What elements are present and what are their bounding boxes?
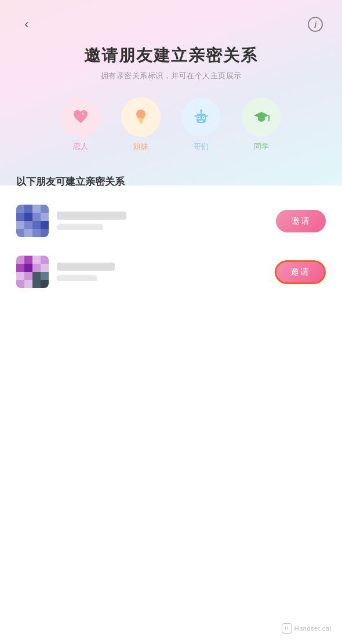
back-icon: ‹ <box>24 18 28 31</box>
svg-point-6 <box>198 117 199 118</box>
svg-rect-28 <box>16 229 24 237</box>
svg-rect-33 <box>24 256 32 264</box>
svg-rect-20 <box>16 213 24 221</box>
svg-rect-32 <box>16 256 24 264</box>
brother-icon <box>191 107 211 127</box>
watermark-text: Handset.cat <box>294 625 332 632</box>
svg-rect-34 <box>32 256 41 264</box>
svg-rect-17 <box>24 205 32 213</box>
sister-label: 姐妹 <box>133 141 148 152</box>
avatar-2 <box>16 256 49 288</box>
svg-rect-18 <box>32 205 41 213</box>
svg-rect-27 <box>41 221 49 229</box>
svg-point-7 <box>203 117 204 118</box>
friend-item-2: 邀请 <box>16 251 326 293</box>
friend-info-1 <box>57 212 126 230</box>
invite-button-1[interactable]: 邀请 <box>276 210 326 232</box>
svg-rect-47 <box>41 280 49 288</box>
watermark-icon: H <box>282 623 292 634</box>
svg-marker-13 <box>254 112 269 119</box>
svg-rect-35 <box>41 256 49 264</box>
svg-rect-42 <box>32 272 41 280</box>
watermark: H Handset.cat <box>282 623 332 634</box>
friend-desc-bar-1 <box>57 224 103 230</box>
svg-marker-1 <box>137 118 144 125</box>
svg-rect-16 <box>16 205 24 213</box>
svg-point-15 <box>268 119 270 122</box>
main-title: 邀请朋友建立亲密关系 <box>16 45 326 66</box>
friend-info-2 <box>57 263 115 281</box>
title-section: 邀请朋友建立亲密关系 拥有亲密关系标识，并可在个人主页展示 <box>0 35 342 81</box>
sister-icon-wrap <box>121 97 161 137</box>
friend-name-bar-2 <box>57 263 115 271</box>
categories-row: 恋人 姐妹 <box>0 97 342 152</box>
svg-rect-38 <box>32 264 41 272</box>
main-content: 以下朋友可建立亲密关系 <box>0 175 342 293</box>
brother-icon-wrap <box>181 97 221 137</box>
category-lovers[interactable]: 恋人 <box>61 97 100 152</box>
category-classmate[interactable]: 同学 <box>242 97 281 152</box>
info-button[interactable]: i <box>305 14 326 35</box>
svg-rect-8 <box>199 121 203 122</box>
svg-rect-14 <box>268 115 270 120</box>
svg-rect-30 <box>32 229 41 237</box>
svg-rect-41 <box>24 272 32 280</box>
invite-button-2[interactable]: 邀请 <box>275 260 326 284</box>
svg-rect-29 <box>24 229 32 237</box>
sub-title: 拥有亲密关系标识，并可在个人主页展示 <box>16 71 326 81</box>
svg-rect-22 <box>32 213 41 221</box>
svg-rect-37 <box>24 264 32 272</box>
svg-rect-23 <box>41 213 49 221</box>
svg-rect-46 <box>32 280 41 288</box>
svg-rect-43 <box>41 272 49 280</box>
svg-rect-39 <box>41 264 49 272</box>
classmate-icon-wrap <box>242 97 281 137</box>
friend-desc-bar-2 <box>57 275 97 281</box>
classmate-label: 同学 <box>254 141 269 152</box>
section-title: 以下朋友可建立亲密关系 <box>16 175 326 188</box>
lovers-label: 恋人 <box>73 141 88 152</box>
svg-rect-40 <box>16 272 24 280</box>
friend-left-2 <box>16 256 115 288</box>
svg-point-2 <box>137 110 141 116</box>
top-bar: ‹ i <box>0 0 342 35</box>
watermark-logo: H Handset.cat <box>282 623 332 634</box>
category-sister[interactable]: 姐妹 <box>121 97 161 152</box>
svg-rect-45 <box>24 280 32 288</box>
svg-rect-44 <box>16 280 24 288</box>
bottom-area <box>0 310 342 542</box>
friend-item-1: 邀请 <box>16 200 326 242</box>
svg-rect-25 <box>24 221 32 229</box>
svg-rect-31 <box>41 229 49 237</box>
lovers-icon <box>71 107 90 127</box>
lovers-icon-wrap <box>61 97 100 137</box>
friend-list: 邀请 <box>16 200 326 293</box>
svg-point-10 <box>200 110 202 112</box>
classmate-icon <box>252 107 271 127</box>
brother-label: 哥们 <box>194 141 209 152</box>
category-brother[interactable]: 哥们 <box>181 97 221 152</box>
avatar-mosaic-2 <box>16 256 49 288</box>
friend-left-1 <box>16 205 126 237</box>
svg-rect-21 <box>24 213 32 221</box>
svg-rect-36 <box>16 264 24 272</box>
avatar-mosaic-1 <box>16 205 49 237</box>
svg-rect-19 <box>41 205 49 213</box>
info-icon: i <box>308 17 323 32</box>
avatar-1 <box>16 205 49 237</box>
svg-rect-26 <box>32 221 41 229</box>
sister-icon <box>131 107 151 127</box>
friend-name-bar-1 <box>57 212 126 220</box>
back-button[interactable]: ‹ <box>16 14 37 35</box>
svg-rect-11 <box>194 115 197 117</box>
svg-rect-24 <box>16 221 24 229</box>
svg-rect-12 <box>206 115 208 117</box>
